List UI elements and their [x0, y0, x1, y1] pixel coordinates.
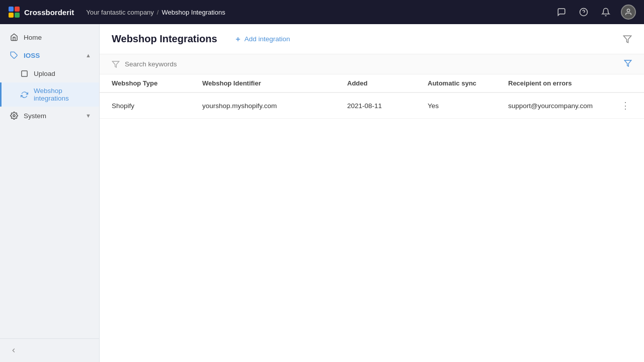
filter-icon-search[interactable] [624, 59, 632, 69]
add-integration-button[interactable]: Add integration [229, 32, 295, 46]
breadcrumb-separator: / [157, 9, 159, 16]
svg-marker-12 [624, 36, 631, 43]
search-bar [100, 54, 644, 74]
breadcrumb-company[interactable]: Your fantastic company [86, 9, 154, 16]
topnav: Crossborderit Your fantastic company / W… [0, 0, 644, 24]
cell-recipient: support@yourcompany.com [496, 93, 607, 119]
collapse-sidebar-button[interactable] [8, 345, 19, 356]
col-header-recipient[interactable]: Receipient on errors [496, 74, 607, 93]
chat-button[interactable] [554, 5, 569, 19]
avatar[interactable] [621, 5, 636, 20]
search-icon [112, 60, 120, 68]
notifications-icon [601, 8, 610, 17]
chat-icon [557, 8, 566, 17]
user-icon [624, 8, 632, 16]
svg-marker-13 [112, 61, 119, 67]
sidebar-footer [0, 338, 99, 362]
sidebar-home-label: Home [24, 34, 42, 41]
svg-marker-14 [624, 60, 631, 66]
svg-rect-1 [15, 7, 20, 12]
breadcrumb: Your fantastic company / Webshop Integra… [86, 9, 225, 16]
notifications-button[interactable] [599, 5, 613, 19]
chevron-left-icon [10, 347, 17, 354]
cell-sync: Yes [416, 93, 496, 119]
search-input[interactable] [125, 60, 619, 68]
svg-rect-2 [9, 13, 14, 18]
sidebar-ioss-label: IOSS [24, 52, 40, 59]
main-layout: Home IOSS ▲ Upl [0, 24, 644, 362]
cell-added: 2021-08-11 [335, 93, 416, 119]
table-body: Shopify yourshop.myshopify.com 2021-08-1… [100, 93, 644, 119]
help-icon [579, 8, 588, 17]
sidebar-upload-label: Upload [34, 70, 55, 77]
svg-rect-8 [21, 70, 27, 76]
col-header-webshop-identifier[interactable]: Webshop Identifier [190, 74, 335, 93]
breadcrumb-current: Webshop Integrations [162, 9, 225, 16]
topnav-actions [554, 5, 636, 20]
svg-point-9 [13, 115, 15, 117]
sidebar-item-home[interactable]: Home [0, 28, 99, 46]
sidebar-item-system[interactable]: System ▼ [0, 107, 99, 125]
logo-icon [8, 6, 20, 18]
chevron-down-icon: ▼ [86, 113, 91, 119]
tag-icon [10, 51, 19, 60]
table-row: Shopify yourshop.myshopify.com 2021-08-1… [100, 93, 644, 119]
app-logo[interactable]: Crossborderit [8, 6, 74, 18]
add-integration-label: Add integration [245, 35, 290, 43]
cell-actions: ⋮ [607, 93, 644, 119]
sidebar-nav: Home IOSS ▲ Upl [0, 24, 99, 338]
upload-icon [20, 69, 29, 78]
sidebar-webshop-label: Webshop integrations [34, 87, 91, 102]
sidebar-item-upload[interactable]: Upload [0, 64, 99, 82]
col-header-actions [607, 74, 644, 93]
sidebar: Home IOSS ▲ Upl [0, 24, 100, 362]
cell-identifier: yourshop.myshopify.com [190, 93, 335, 119]
sidebar-item-webshop-integrations[interactable]: Webshop integrations [0, 82, 99, 107]
svg-rect-0 [9, 7, 14, 12]
col-header-added[interactable]: Added [335, 74, 416, 93]
plus-icon [234, 36, 242, 43]
col-header-webshop-type[interactable]: Webshop Type [100, 74, 190, 93]
sync-icon [20, 90, 29, 99]
page-title: Webshop Integrations [112, 33, 217, 45]
sidebar-item-ioss[interactable]: IOSS ▲ [0, 46, 99, 64]
integrations-table: Webshop Type Webshop Identifier Added Au… [100, 74, 644, 119]
table-header-row: Webshop Type Webshop Identifier Added Au… [100, 74, 644, 93]
table-wrapper: Webshop Type Webshop Identifier Added Au… [100, 74, 644, 362]
row-menu-button[interactable]: ⋮ [619, 99, 632, 112]
home-icon [10, 33, 19, 42]
svg-point-6 [627, 9, 629, 12]
filter-icon-header[interactable] [623, 35, 632, 44]
app-name: Crossborderit [24, 8, 74, 17]
main-content: Webshop Integrations Add integration [100, 24, 644, 362]
svg-rect-3 [15, 13, 20, 18]
help-button[interactable] [577, 5, 591, 19]
content-header: Webshop Integrations Add integration [100, 24, 644, 54]
gear-icon [10, 111, 19, 120]
sidebar-system-label: System [24, 112, 46, 120]
cell-webshop-type: Shopify [100, 93, 190, 119]
chevron-up-icon: ▲ [86, 52, 91, 58]
col-header-automatic-sync[interactable]: Automatic sync [416, 74, 496, 93]
